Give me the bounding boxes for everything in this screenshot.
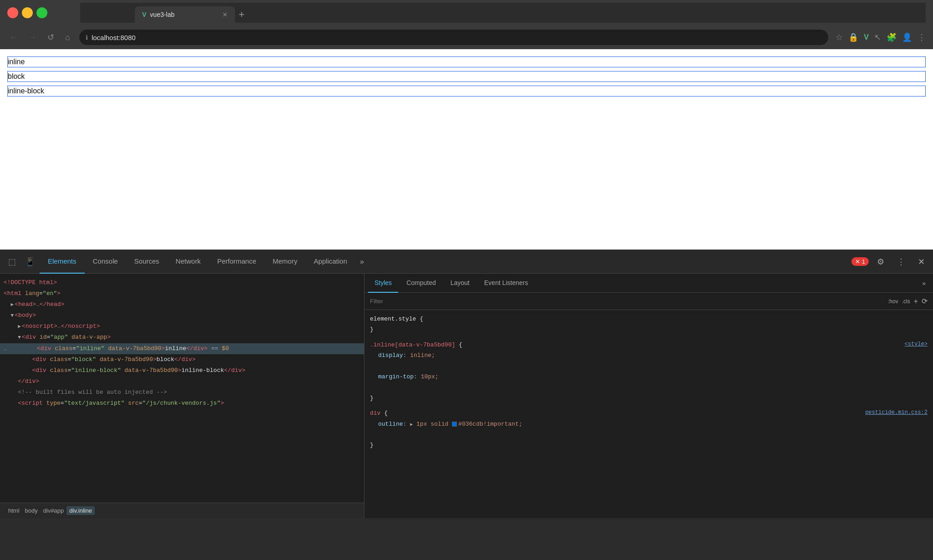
styles-tab-layout[interactable]: Layout — [444, 274, 476, 293]
close-devtools-icon[interactable]: ✕ — [913, 253, 929, 270]
devtools-mobile-icon[interactable]: 📱 — [21, 253, 40, 270]
element-style-close: } — [370, 326, 374, 333]
traffic-light-green[interactable] — [36, 7, 47, 18]
breadcrumb-div-inline[interactable]: div.inline — [67, 506, 95, 515]
error-icon: ✕ — [855, 258, 860, 265]
style-rule-div: div { pesticide.min.css:2 outline: ▶ 1px… — [370, 408, 928, 451]
traffic-lights — [7, 7, 47, 18]
home-button[interactable]: ⌂ — [63, 31, 72, 44]
dom-line-body-open: ▼<body> — [0, 310, 364, 321]
extension-icon-1[interactable]: 🔒 — [848, 32, 858, 42]
lock-icon: ℹ — [86, 34, 88, 41]
refresh-style-icon[interactable]: ⟳ — [922, 297, 928, 305]
tab-performance[interactable]: Performance — [209, 250, 265, 274]
element-style-selector: element.style { — [370, 316, 423, 322]
address-bar: ← → ↺ ⌂ ℹ localhost:8080 ☆ 🔒 V ↖ 🧩 👤 ⋮ — [0, 25, 933, 49]
tab-memory[interactable]: Memory — [265, 250, 306, 274]
breadcrumb-html[interactable]: html — [5, 506, 22, 515]
div-selector: div — [370, 410, 380, 417]
cls-filter[interactable]: .cls — [902, 298, 910, 305]
dom-line-noscript[interactable]: ▶<noscript>…</noscript> — [0, 321, 364, 332]
url-text: localhost:8080 — [92, 34, 136, 41]
styles-panel: Styles Computed Layout Event Listeners »… — [364, 274, 933, 518]
div-source-link[interactable]: pesticide.min.css:2 — [865, 408, 928, 418]
styles-tab-event-listeners[interactable]: Event Listeners — [478, 274, 535, 293]
inline-block-element: inline-block — [7, 86, 926, 97]
div-selector-brace: { — [384, 410, 388, 417]
devtools-cursor-icon[interactable]: ⬚ — [4, 253, 21, 270]
dom-breadcrumb: html body div#app div.inline — [0, 503, 364, 518]
breadcrumb-body[interactable]: body — [22, 506, 41, 515]
add-style-icon[interactable]: + — [914, 297, 918, 305]
traffic-light-yellow[interactable] — [22, 7, 33, 18]
styles-filter-input[interactable] — [370, 298, 884, 305]
page-content: inline block inline-block — [0, 49, 933, 249]
tab-network[interactable]: Network — [168, 250, 209, 274]
styles-content: element.style { } .inline[data-v-7ba5bd9… — [364, 310, 933, 518]
devtools-toolbar-right: ✕ 1 ⚙ ⋮ ✕ — [851, 253, 929, 270]
toolbar-icons: ☆ 🔒 V ↖ 🧩 👤 ⋮ — [836, 32, 926, 42]
inline-element: inline — [7, 56, 926, 67]
style-rule-element: element.style { } — [370, 314, 928, 335]
extension-icon-vue[interactable]: V — [864, 33, 869, 41]
title-bar: V vue3-lab ✕ + — [0, 0, 933, 25]
style-rule-inline: .inline[data-v-7ba5bd90] { <style> displ… — [370, 340, 928, 403]
active-tab[interactable]: V vue3-lab ✕ — [135, 6, 235, 23]
dom-line-head[interactable]: ▶<head>…</head> — [0, 299, 364, 310]
extension-icon-puzzle[interactable]: 🧩 — [887, 32, 897, 42]
dom-line-script[interactable]: <script type="text/javascript" src="/js/… — [0, 398, 364, 409]
dom-line-div-app: ▼<div id="app" data-v-app> — [0, 332, 364, 343]
styles-tab-computed[interactable]: Computed — [400, 274, 442, 293]
tab-title: vue3-lab — [150, 11, 219, 18]
pseudo-filter[interactable]: :hov — [888, 298, 898, 305]
tab-bar: V vue3-lab ✕ + — [80, 3, 926, 23]
settings-icon[interactable]: ⚙ — [872, 253, 889, 270]
inline-selector: .inline[data-v-7ba5bd90] — [370, 341, 455, 348]
inline-selector-brace: { — [459, 341, 462, 348]
error-count: 1 — [862, 258, 865, 265]
reload-button[interactable]: ↺ — [46, 31, 56, 44]
dom-line-div-close: </div> — [0, 376, 364, 387]
back-button[interactable]: ← — [7, 31, 19, 44]
new-tab-button[interactable]: + — [239, 6, 245, 23]
inline-rule-close: } — [370, 395, 374, 402]
styles-filter-bar: :hov .cls + ⟳ — [364, 293, 933, 310]
dom-line-doctype: <!DOCTYPE html> — [0, 277, 364, 288]
traffic-light-red[interactable] — [7, 7, 18, 18]
star-icon[interactable]: ☆ — [836, 32, 843, 42]
dom-line-inline-block[interactable]: <div class="inline-block" data-v-7ba5bd9… — [0, 365, 364, 376]
devtools-tab-bar: ⬚ 📱 Elements Console Sources Network Per… — [0, 250, 933, 274]
url-bar[interactable]: ℹ localhost:8080 — [79, 30, 828, 45]
tab-elements[interactable]: Elements — [40, 250, 85, 274]
inline-source[interactable]: <style> — [905, 340, 928, 350]
styles-tab-overflow[interactable]: » — [918, 278, 929, 289]
tab-close-icon[interactable]: ✕ — [222, 11, 228, 18]
error-badge[interactable]: ✕ 1 — [851, 257, 869, 266]
dom-line-inline[interactable]: … <div class="inline" data-v-7ba5bd90>in… — [0, 343, 364, 354]
styles-tabs: Styles Computed Layout Event Listeners » — [364, 274, 933, 293]
dom-panel: <!DOCTYPE html> <html lang="en"> ▶<head>… — [0, 274, 364, 518]
forward-button[interactable]: → — [26, 31, 38, 44]
dom-line-html: <html lang="en"> — [0, 288, 364, 299]
devtools: ⬚ 📱 Elements Console Sources Network Per… — [0, 249, 933, 518]
block-element: block — [7, 71, 926, 82]
tab-overflow-icon[interactable]: » — [355, 255, 369, 269]
dom-line-block[interactable]: <div class="block" data-v-7ba5bd90>block… — [0, 354, 364, 365]
breadcrumb-div-app[interactable]: div#app — [41, 506, 67, 515]
div-rule-close: } — [370, 442, 374, 448]
more-icon[interactable]: ⋮ — [892, 253, 910, 270]
dom-line-comment: <!-- built files will be auto injected -… — [0, 387, 364, 398]
tab-vue-icon: V — [142, 11, 146, 18]
menu-icon[interactable]: ⋮ — [918, 32, 926, 42]
profile-icon[interactable]: 👤 — [902, 32, 912, 42]
extension-icon-pointer[interactable]: ↖ — [874, 32, 881, 42]
margin-top-prop[interactable]: margin-top: 10px; — [370, 372, 928, 382]
color-swatch[interactable] — [452, 422, 457, 427]
outline-prop[interactable]: outline: ▶ 1px solid #036cdb!important; — [370, 419, 928, 429]
tab-sources[interactable]: Sources — [126, 250, 168, 274]
display-prop[interactable]: display: inline; — [370, 350, 928, 361]
devtools-panel: <!DOCTYPE html> <html lang="en"> ▶<head>… — [0, 274, 933, 518]
tab-console[interactable]: Console — [85, 250, 126, 274]
tab-application[interactable]: Application — [306, 250, 355, 274]
styles-tab-styles[interactable]: Styles — [368, 274, 398, 293]
